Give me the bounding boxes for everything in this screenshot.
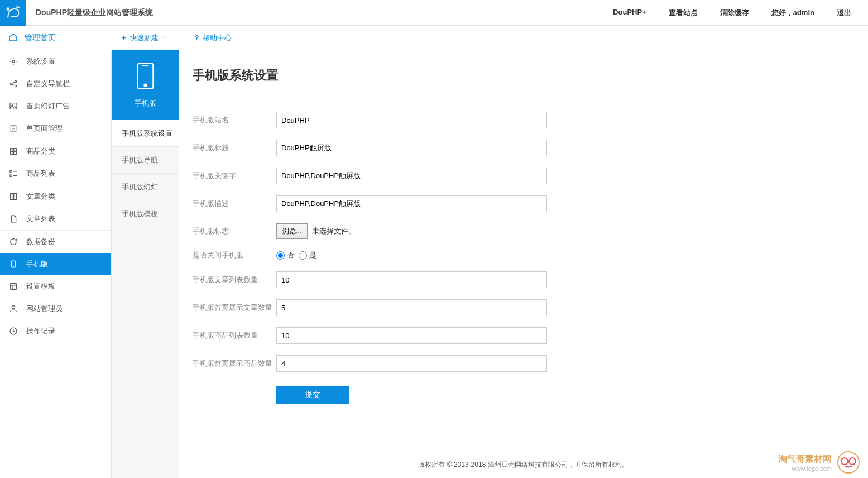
sidebar-item-system[interactable]: 系统设置 bbox=[0, 50, 111, 73]
home-icon bbox=[8, 32, 18, 44]
svg-rect-13 bbox=[10, 175, 12, 176]
keywords-label: 手机版关键字 bbox=[193, 171, 276, 181]
subnav: 手机版 手机版系统设置 手机版导航 手机版幻灯 手机版模板 bbox=[112, 50, 179, 478]
radio-no[interactable] bbox=[276, 251, 285, 260]
subnav-item-nav[interactable]: 手机版导航 bbox=[112, 147, 179, 174]
page-title: 手机版系统设置 bbox=[193, 67, 854, 84]
share-icon bbox=[8, 79, 18, 88]
browse-button[interactable]: 浏览... bbox=[276, 223, 308, 239]
radio-yes[interactable] bbox=[299, 251, 307, 260]
page-icon bbox=[8, 124, 18, 133]
home-product-input[interactable] bbox=[276, 355, 547, 372]
sidebar-label: 文章分类 bbox=[26, 192, 55, 202]
home-article-label: 手机版首页展示文章数量 bbox=[193, 303, 276, 313]
help-label: 帮助中心 bbox=[203, 33, 232, 43]
svg-rect-12 bbox=[10, 171, 12, 173]
svg-rect-16 bbox=[11, 284, 17, 290]
divider bbox=[181, 32, 181, 44]
sidebar-label: 文章列表 bbox=[26, 214, 55, 224]
subnav-item-template[interactable]: 手机版模板 bbox=[112, 200, 179, 227]
svg-point-0 bbox=[7, 8, 9, 10]
title-label: 手机版标题 bbox=[193, 143, 276, 153]
main-content: 手机版系统设置 手机版站名 手机版标题 手机版关键字 手机版描述 手机版标志 浏… bbox=[179, 50, 868, 478]
logo-label: 手机版标志 bbox=[193, 226, 276, 236]
header-link-viewsite[interactable]: 查看站点 bbox=[669, 8, 698, 18]
svg-point-17 bbox=[12, 306, 15, 309]
radio-no-label[interactable]: 否 bbox=[276, 250, 294, 260]
sidebar-label: 系统设置 bbox=[26, 56, 55, 66]
sidebar-item-mobile[interactable]: 手机版 bbox=[0, 253, 111, 275]
product-list-input[interactable] bbox=[276, 327, 547, 344]
sidebar-label: 首页幻灯广告 bbox=[26, 101, 70, 111]
book-icon bbox=[8, 192, 18, 201]
close-label: 是否关闭手机版 bbox=[193, 250, 276, 260]
subnav-item-system[interactable]: 手机版系统设置 bbox=[112, 120, 179, 147]
submit-button[interactable]: 提交 bbox=[276, 386, 349, 404]
header-link-plus[interactable]: DouPHP+ bbox=[613, 8, 646, 18]
clock-icon bbox=[8, 327, 18, 336]
template-icon bbox=[8, 282, 18, 291]
svg-point-1 bbox=[12, 60, 15, 63]
header: DouPHP轻量级企业网站管理系统 DouPHP+ 查看站点 清除缓存 您好，a… bbox=[0, 0, 868, 26]
toolbar-home-label: 管理首页 bbox=[25, 33, 56, 43]
sidebar-label: 单页面管理 bbox=[26, 123, 63, 133]
sidebar-label: 自定义导航栏 bbox=[26, 79, 70, 89]
header-link-greeting[interactable]: 您好，admin bbox=[771, 8, 814, 18]
sidebar-label: 操作记录 bbox=[26, 326, 55, 336]
logo bbox=[0, 0, 26, 26]
sidebar-label: 网站管理员 bbox=[26, 304, 63, 314]
no-file-text: 未选择文件。 bbox=[312, 226, 356, 236]
sidebar-item-log[interactable]: 操作记录 bbox=[0, 320, 111, 342]
keywords-input[interactable] bbox=[276, 168, 547, 184]
article-list-label: 手机版文章列表数量 bbox=[193, 275, 276, 285]
radio-yes-label[interactable]: 是 bbox=[299, 250, 316, 260]
desc-input[interactable] bbox=[276, 195, 547, 212]
sidebar-item-article-cat[interactable]: 文章分类 bbox=[0, 185, 111, 208]
sidebar-label: 手机版 bbox=[26, 259, 48, 269]
article-list-input[interactable] bbox=[276, 271, 547, 288]
toolbar: 管理首页 + 快速新建 ﹀ ? 帮助中心 bbox=[0, 26, 868, 50]
brand-title: DouPHP轻量级企业网站管理系统 bbox=[36, 8, 153, 18]
watermark-cn: 淘气哥素材网 bbox=[778, 453, 832, 465]
list-icon bbox=[8, 169, 18, 178]
subnav-item-slide[interactable]: 手机版幻灯 bbox=[112, 174, 179, 200]
sidebar-label: 数据备份 bbox=[26, 237, 55, 247]
sidebar-item-product-cat[interactable]: 商品分类 bbox=[0, 140, 111, 162]
svg-point-23 bbox=[849, 458, 856, 465]
header-link-clearcache[interactable]: 清除缓存 bbox=[720, 8, 749, 18]
sidebar-item-template[interactable]: 设置模板 bbox=[0, 275, 111, 298]
sidebar-item-slide[interactable]: 首页幻灯广告 bbox=[0, 95, 111, 117]
header-link-logout[interactable]: 退出 bbox=[837, 8, 851, 18]
svg-rect-5 bbox=[10, 103, 17, 109]
help-button[interactable]: ? 帮助中心 bbox=[195, 33, 232, 43]
desc-label: 手机版描述 bbox=[193, 199, 276, 209]
sidebar-item-page[interactable]: 单页面管理 bbox=[0, 117, 111, 140]
home-article-input[interactable] bbox=[276, 299, 547, 316]
toolbar-home[interactable]: 管理首页 bbox=[0, 32, 112, 44]
sidebar-item-article-list[interactable]: 文章列表 bbox=[0, 208, 111, 230]
sidebar-label: 设置模板 bbox=[26, 281, 55, 291]
gear-icon bbox=[8, 57, 18, 66]
plus-icon: + bbox=[122, 34, 126, 42]
sidebar-item-admin[interactable]: 网站管理员 bbox=[0, 298, 111, 320]
svg-point-15 bbox=[13, 266, 13, 266]
sidebar-item-backup[interactable]: 数据备份 bbox=[0, 231, 111, 253]
home-product-label: 手机版首页展示商品数量 bbox=[193, 358, 276, 369]
svg-rect-10 bbox=[11, 152, 13, 155]
site-name-input[interactable] bbox=[276, 112, 547, 128]
site-name-label: 手机版站名 bbox=[193, 115, 276, 125]
title-input[interactable] bbox=[276, 140, 547, 156]
sidebar-label: 商品分类 bbox=[26, 146, 55, 156]
chevron-down-icon: ﹀ bbox=[162, 34, 167, 42]
sidebar-label: 商品列表 bbox=[26, 169, 55, 179]
sidebar-item-nav[interactable]: 自定义导航栏 bbox=[0, 73, 111, 95]
quick-new-button[interactable]: + 快速新建 ﹀ bbox=[122, 33, 167, 43]
product-list-label: 手机版商品列表数量 bbox=[193, 331, 276, 341]
subnav-tab-label: 手机版 bbox=[135, 98, 156, 108]
watermark-en: www.tqge.com bbox=[778, 465, 832, 472]
question-icon: ? bbox=[195, 34, 199, 42]
mobile-icon bbox=[8, 260, 18, 269]
sidebar-item-product-list[interactable]: 商品列表 bbox=[0, 162, 111, 185]
quick-new-label: 快速新建 bbox=[130, 33, 159, 43]
refresh-icon bbox=[8, 237, 18, 246]
